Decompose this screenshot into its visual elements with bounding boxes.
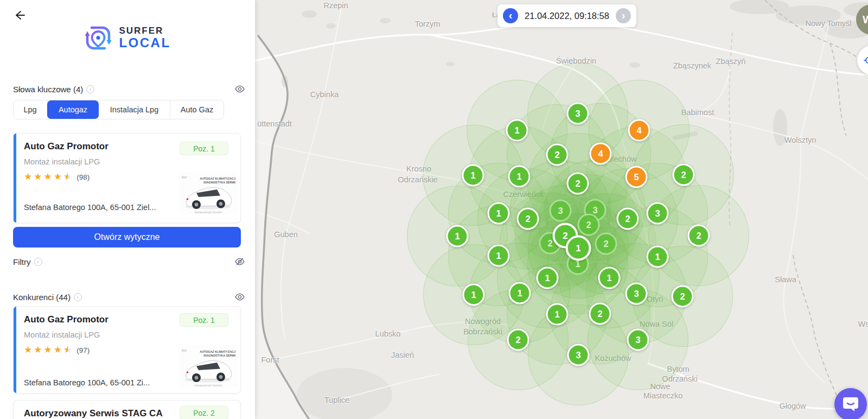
chat-widget-button[interactable] bbox=[834, 388, 867, 419]
card-accent-bar bbox=[14, 307, 16, 393]
rank-marker[interactable]: 5 bbox=[626, 166, 648, 188]
filters-section-header: Filtry i bbox=[13, 256, 245, 268]
info-icon[interactable]: i bbox=[74, 293, 82, 301]
open-guidelines-button[interactable]: Otwórz wytyczne bbox=[13, 227, 241, 247]
chat-bubble-icon bbox=[842, 396, 859, 412]
logo-pin-icon bbox=[84, 24, 112, 52]
map-label: Zbąszyń bbox=[716, 57, 746, 66]
business-name: Autoryzowany Serwis STAG CA bbox=[24, 407, 163, 419]
star-icon: ★ bbox=[24, 172, 32, 182]
card-accent-bar bbox=[14, 134, 16, 223]
rank-marker[interactable]: 2 bbox=[546, 144, 569, 166]
position-badge: Poz. 2 bbox=[180, 406, 228, 419]
keywords-section-header: Słowa kluczowe (4) i bbox=[13, 83, 245, 95]
sidebar: SURFER LOCAL Słowa kluczowe (4) i LpgAut… bbox=[0, 0, 255, 419]
competitors-title: Konkurenci (44) bbox=[13, 293, 71, 302]
position-badge: Poz. 1 bbox=[180, 313, 228, 327]
rank-marker[interactable]: 2 bbox=[578, 214, 600, 236]
keywords-title: Słowa kluczowe (4) bbox=[13, 85, 83, 94]
star-icon: ★ bbox=[44, 345, 52, 355]
svg-text:AUTOGAZ KLIMATYZACJ: AUTOGAZ KLIMATYZACJ bbox=[200, 177, 235, 180]
map-canvas[interactable]: RzepinTorzymŁagówŚwiebodzinZbąszynekZbąs… bbox=[255, 0, 868, 419]
map-label: Sława bbox=[775, 275, 796, 284]
star-icon: ★★ bbox=[63, 345, 72, 355]
rank-marker[interactable]: 2 bbox=[617, 208, 639, 230]
star-icon: ★ bbox=[44, 172, 52, 182]
keyword-tab-instalacja-lpg[interactable]: Instalacja Lpg bbox=[99, 100, 170, 119]
rank-marker[interactable]: 3 bbox=[567, 344, 590, 366]
svg-text:DIAGNOSTYKA SERWI: DIAGNOSTYKA SERWI bbox=[203, 181, 235, 184]
star-icon: ★ bbox=[34, 172, 42, 182]
rank-marker[interactable]: 3 bbox=[627, 329, 649, 351]
eye-hidden-icon[interactable] bbox=[234, 257, 245, 266]
rank-marker[interactable]: 1 bbox=[463, 284, 485, 306]
rank-marker[interactable]: 2 bbox=[517, 208, 539, 230]
position-badge: Poz. 1 bbox=[180, 142, 228, 155]
rank-marker[interactable]: 1 bbox=[566, 236, 591, 261]
snapshot-datetime: 21.04.2022, 09:18:58 bbox=[518, 11, 616, 21]
keyword-tab-auto-gaz[interactable]: Auto Gaz bbox=[170, 100, 224, 119]
rank-marker[interactable]: 3 bbox=[647, 202, 669, 225]
map-label: Miasteczko bbox=[643, 391, 683, 400]
map-label: Tuplice bbox=[324, 396, 349, 404]
competitor-card[interactable]: Auto Gaz Promotor Poz. 1 Montaż instalac… bbox=[13, 306, 241, 393]
rank-marker[interactable]: 1 bbox=[446, 225, 469, 247]
rank-marker[interactable]: 1 bbox=[462, 164, 484, 187]
app-logo: SURFER LOCAL bbox=[0, 24, 255, 52]
svg-text:Niezawodność Komfort: Niezawodność Komfort bbox=[194, 384, 222, 387]
review-count: (98) bbox=[76, 173, 90, 181]
rank-marker[interactable]: 2 bbox=[589, 303, 611, 325]
star-icon: ★ bbox=[54, 172, 62, 182]
competitor-card[interactable]: Autoryzowany Serwis STAG CA Poz. 2 bbox=[13, 400, 241, 419]
rank-marker[interactable]: 2 bbox=[673, 164, 695, 186]
rank-marker[interactable]: 3 bbox=[550, 200, 572, 222]
prev-date-button[interactable]: ‹ bbox=[503, 8, 518, 23]
review-count: (97) bbox=[76, 346, 90, 354]
back-button[interactable] bbox=[12, 8, 27, 23]
map-label: üttenstadt bbox=[257, 119, 292, 128]
rank-marker[interactable]: 1 bbox=[488, 202, 510, 225]
competitors-section-header: Konkurenci (44) i bbox=[13, 291, 245, 303]
info-icon[interactable]: i bbox=[34, 258, 42, 266]
rank-marker[interactable]: 1 bbox=[537, 267, 559, 289]
star-icon: ★ bbox=[24, 345, 32, 355]
rank-marker[interactable]: 1 bbox=[488, 245, 510, 267]
star-icon: ★ bbox=[54, 345, 62, 355]
svg-text:AUTOGAZ KLIMATYZACJ: AUTOGAZ KLIMATYZACJ bbox=[200, 350, 235, 353]
map-label: Lubsko bbox=[375, 329, 401, 338]
rank-marker[interactable]: 2 bbox=[507, 329, 529, 351]
rank-marker[interactable]: 2 bbox=[567, 173, 589, 195]
info-icon[interactable]: i bbox=[86, 85, 94, 93]
rank-marker[interactable]: 1 bbox=[546, 303, 569, 326]
date-navigator: ‹ 21.04.2022, 09:18:58 › bbox=[497, 4, 636, 27]
eye-visible-icon[interactable] bbox=[234, 84, 245, 94]
rank-marker[interactable]: 1 bbox=[647, 246, 669, 268]
rank-marker[interactable]: 2 bbox=[672, 285, 694, 308]
map-label: Jasień bbox=[391, 351, 414, 359]
map-label: Cybinka bbox=[310, 90, 339, 99]
map-label: Torzym bbox=[415, 20, 441, 28]
rank-marker[interactable]: 2 bbox=[595, 233, 617, 255]
rank-marker[interactable]: 1 bbox=[506, 119, 528, 142]
locate-icon bbox=[864, 55, 868, 65]
surfer-local-app: SURFER LOCAL Słowa kluczowe (4) i LpgAut… bbox=[0, 0, 868, 419]
rank-marker[interactable]: 1 bbox=[509, 282, 531, 304]
eye-visible-icon[interactable] bbox=[234, 292, 245, 302]
svg-text:tor: tor bbox=[182, 348, 187, 353]
keyword-tab-lpg[interactable]: Lpg bbox=[14, 100, 47, 119]
rank-marker[interactable]: 3 bbox=[626, 283, 648, 305]
rank-marker[interactable]: 4 bbox=[590, 143, 612, 165]
rank-marker[interactable]: 1 bbox=[508, 166, 531, 188]
map-label: Nowy Tomyśl bbox=[805, 19, 851, 28]
map-label: Rzepin bbox=[323, 1, 348, 10]
rank-marker[interactable]: 1 bbox=[598, 267, 621, 289]
rank-marker[interactable]: 3 bbox=[567, 103, 589, 125]
svg-text:Niezawodność Komfort: Niezawodność Komfort bbox=[194, 211, 222, 214]
business-address: Stefana Batorego 100A, 65-001 Ziel... bbox=[24, 202, 156, 213]
rank-marker[interactable]: 2 bbox=[688, 225, 710, 247]
rank-marker[interactable]: 4 bbox=[628, 119, 650, 142]
keyword-tab-autogaz[interactable]: Autogaz bbox=[47, 100, 99, 119]
business-card-primary[interactable]: Auto Gaz Promotor Poz. 1 Montaż instalac… bbox=[13, 133, 241, 223]
business-name: Auto Gaz Promotor bbox=[24, 313, 108, 326]
next-date-button[interactable]: › bbox=[616, 8, 631, 23]
